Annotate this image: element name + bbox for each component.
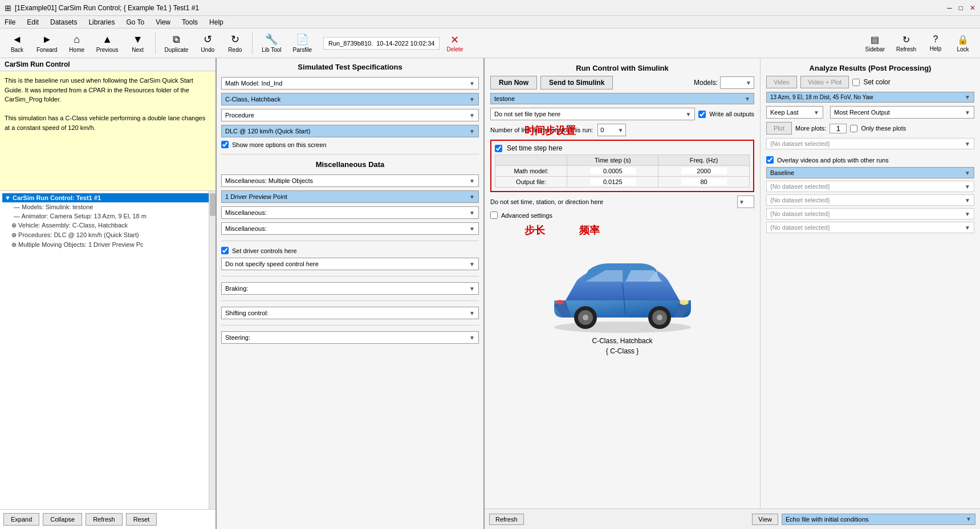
col-header-freq: Freq. (Hz) xyxy=(658,155,750,166)
menu-edit[interactable]: Edit xyxy=(25,17,41,27)
output-file-timestep-input[interactable] xyxy=(590,178,636,185)
delete-button[interactable]: ✕ Delete xyxy=(442,32,467,54)
math-model-freq-cell[interactable] xyxy=(658,166,750,177)
reset-button[interactable]: Reset xyxy=(126,513,157,526)
output-file-timestep-cell[interactable] xyxy=(567,177,658,188)
run-now-button[interactable]: Run Now xyxy=(490,76,537,89)
no-dataset-5[interactable]: {No dataset selected} ▼ xyxy=(766,222,974,233)
output-file-freq-cell[interactable] xyxy=(658,177,750,188)
do-not-set-dropdown[interactable]: ▼ xyxy=(737,196,754,208)
duplicate-button[interactable]: ⧉ Duplicate xyxy=(160,32,193,54)
braking-dropdown[interactable]: Braking: ▼ xyxy=(221,282,479,295)
math-model-freq-input[interactable] xyxy=(681,168,727,174)
plot-button[interactable]: Plot xyxy=(766,122,792,135)
tree-scrollbar[interactable] xyxy=(209,191,215,509)
no-dataset-4[interactable]: {No dataset selected} ▼ xyxy=(766,208,974,219)
view-button[interactable]: View xyxy=(752,514,778,525)
vehicle-dropdown[interactable]: C-Class, Hatchback ▼ xyxy=(221,93,479,105)
forward-button[interactable]: ► Forward xyxy=(32,32,62,54)
most-recent-dropdown[interactable]: Most Recent Output ▼ xyxy=(830,106,974,119)
misc-empty2-dropdown[interactable]: Miscellaneous: ▼ xyxy=(221,222,479,235)
menu-file[interactable]: File xyxy=(2,17,18,27)
output-file-freq-input[interactable] xyxy=(681,178,727,185)
tree-scrollbar-thumb[interactable] xyxy=(210,193,215,216)
collapse-button[interactable]: Collapse xyxy=(43,513,82,526)
sidebar-button[interactable]: ▤ Sidebar xyxy=(861,33,889,54)
menu-datasets[interactable]: Datasets xyxy=(48,17,79,27)
tree-item-vehicle[interactable]: ⊕ Vehicle: Assembly: C-Class, Hatchback xyxy=(2,221,213,230)
parsfile-button[interactable]: 📄 Parsfile xyxy=(288,32,316,54)
video-button[interactable]: Video xyxy=(766,76,797,88)
math-model-dropdown[interactable]: Math Model: Ind_Ind ▼ xyxy=(221,77,479,89)
echo-dropdown[interactable]: Echo file with initial conditions ▼ xyxy=(782,514,975,525)
show-more-checkbox[interactable] xyxy=(221,141,229,148)
forward-icon: ► xyxy=(42,34,52,46)
testone-dropdown[interactable]: testone ▼ xyxy=(490,93,754,104)
steering-dropdown[interactable]: Steering: ▼ xyxy=(221,331,479,344)
no-dataset-2[interactable]: {No dataset selected} ▼ xyxy=(766,181,974,192)
camera-setup-dropdown[interactable]: 13 Azm, 9 El, 18 m Dist, 45 FoV, No Yaw … xyxy=(766,92,974,103)
tree-item-root[interactable]: ▼ CarSim Run Control: Test1 #1 xyxy=(2,193,213,202)
menu-help[interactable]: Help xyxy=(207,17,226,27)
undo-button[interactable]: ↺ Undo xyxy=(195,32,220,54)
set-timestep-checkbox[interactable] xyxy=(495,145,502,152)
menu-tools[interactable]: Tools xyxy=(180,17,200,27)
speed-control-dropdown[interactable]: Do not specify speed control here ▼ xyxy=(221,258,479,270)
video-plot-button[interactable]: Video + Plot xyxy=(800,76,849,88)
models-row: Models: ▼ xyxy=(694,76,754,89)
write-outputs-checkbox[interactable] xyxy=(698,111,706,118)
procedure-dropdown[interactable]: Procedure ▼ xyxy=(221,109,479,121)
dlc-dropdown[interactable]: DLC @ 120 km/h (Quick Start) ▼ xyxy=(221,125,479,137)
help-button[interactable]: ? Help xyxy=(923,33,948,53)
toolbar: ◄ Back ► Forward ⌂ Home ▲ Previous ▼ Nex… xyxy=(0,29,980,58)
math-model-timestep-input[interactable] xyxy=(590,168,636,174)
analyze-title: Analyze Results (Post Processing) xyxy=(766,64,974,72)
next-button[interactable]: ▼ Next xyxy=(125,32,151,54)
live-animators-dropdown[interactable]: 0 ▼ xyxy=(597,124,626,136)
misc-empty1-dropdown[interactable]: Miscellaneous: ▼ xyxy=(221,206,479,219)
close-btn[interactable]: ✕ xyxy=(970,4,975,12)
expand-button[interactable]: Expand xyxy=(3,513,39,526)
overlay-checkbox[interactable] xyxy=(766,156,774,164)
tree-item-models[interactable]: — Models: Simulink: testone xyxy=(2,202,213,211)
set-driver-row: Set driver controls here xyxy=(221,247,479,254)
lock-button[interactable]: 🔒 Lock xyxy=(950,33,975,54)
more-plots-input[interactable] xyxy=(829,124,847,133)
home-button[interactable]: ⌂ Home xyxy=(64,32,90,54)
refresh-bottom-button[interactable]: Refresh xyxy=(489,514,524,525)
menu-view[interactable]: View xyxy=(153,17,173,27)
file-type-dropdown[interactable]: Do not set file type here ▼ xyxy=(490,108,695,120)
no-dataset-1[interactable]: {No dataset selected} ▼ xyxy=(766,138,974,149)
tree-item-procedures[interactable]: ⊕ Procedures: DLC @ 120 km/h (Quick Star… xyxy=(2,230,213,240)
run-date: 10-14-2022 10:02:34 xyxy=(376,40,434,47)
refresh-toolbar-button[interactable]: ↻ Refresh xyxy=(892,33,921,54)
tree-item-animator[interactable]: — Animator: Camera Setup: 13 Azm, 9 El, … xyxy=(2,211,213,221)
right-panels: Run Control with Simulink Run Now Send t… xyxy=(485,58,980,508)
no-dataset-3[interactable]: {No dataset selected} ▼ xyxy=(766,194,974,206)
only-these-checkbox[interactable] xyxy=(850,125,857,132)
send-simulink-button[interactable]: Send to Simulink xyxy=(540,76,613,89)
maximize-btn[interactable]: □ xyxy=(959,4,963,12)
keep-last-dropdown[interactable]: Keep Last ▼ xyxy=(766,106,823,119)
lock-icon: 🔒 xyxy=(957,34,969,45)
refresh-left-button[interactable]: Refresh xyxy=(86,513,123,526)
minimize-btn[interactable]: ─ xyxy=(947,4,952,12)
misc-multiple-dropdown[interactable]: Miscellaneous: Multiple Objects ▼ xyxy=(221,174,479,187)
run-buttons-row: Run Now Send to Simulink Models: ▼ xyxy=(490,76,754,89)
driver-preview-dropdown[interactable]: 1 Driver Preview Point ▼ xyxy=(221,190,479,203)
tree-item-objects[interactable]: ⊕ Multiple Moving Objects: 1 Driver Prev… xyxy=(2,240,213,250)
back-button[interactable]: ◄ Back xyxy=(5,32,30,54)
math-model-timestep-cell[interactable] xyxy=(567,166,658,177)
set-color-checkbox[interactable] xyxy=(852,79,860,86)
shifting-dropdown[interactable]: Shifting control: ▼ xyxy=(221,307,479,319)
baseline-dropdown[interactable]: Baseline ▼ xyxy=(766,167,974,178)
menu-goto[interactable]: Go To xyxy=(124,17,147,27)
set-driver-checkbox[interactable] xyxy=(221,247,229,254)
previous-button[interactable]: ▲ Previous xyxy=(92,32,123,54)
models-type-dropdown[interactable]: ▼ xyxy=(720,76,754,89)
advanced-checkbox[interactable] xyxy=(490,211,498,219)
menu-libraries[interactable]: Libraries xyxy=(86,17,117,27)
lib-tool-button[interactable]: 🔧 Lib Tool xyxy=(257,32,286,54)
bottom-buttons: Expand Collapse Refresh Reset xyxy=(0,509,215,529)
redo-button[interactable]: ↻ Redo xyxy=(222,32,247,54)
